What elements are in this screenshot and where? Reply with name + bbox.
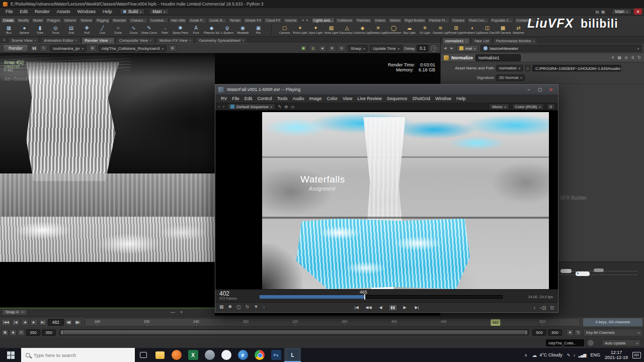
snapshot-tab[interactable]: Snap 4 ×: [2, 309, 27, 315]
shelf-tool-path[interactable]: →Path: [157, 25, 173, 34]
panes-icon[interactable]: ▦: [601, 10, 605, 14]
shelf-tab-populate-c[interactable]: Populate C...: [490, 18, 514, 23]
camera-path-select[interactable]: /obj/The_Collisions_Rocky/cam3 ▾: [99, 45, 167, 52]
start-button[interactable]: [0, 348, 21, 362]
annotate-icon[interactable]: ✎: [278, 105, 282, 109]
shelf-tool-point-light[interactable]: ✶Point Light: [292, 25, 308, 34]
copy-camera-icon[interactable]: ⊞: [169, 45, 177, 52]
shelf-add2-icon[interactable]: +: [306, 18, 308, 23]
edit-keys-icon[interactable]: ✎: [575, 329, 582, 336]
delay-field[interactable]: 0.1: [417, 45, 429, 52]
shelf-tool-area-light[interactable]: ▧Area Light: [324, 25, 339, 34]
rv-frame-back-button[interactable]: ◀◀: [364, 304, 373, 311]
pane-tab-render-view[interactable]: Render View▾: [82, 37, 115, 43]
shelf-tab-particle-fl[interactable]: Particle Fl...: [427, 18, 450, 23]
rv-menu-shotgrid[interactable]: ShotGrid: [410, 96, 433, 101]
current-path-pill[interactable]: /obj/The_Collis...: [546, 339, 584, 346]
rv-step-forward-button[interactable]: ▶: [400, 304, 410, 311]
rv-channel-select[interactable]: Mono ▾: [489, 104, 509, 110]
range-end-field-2[interactable]: 500: [548, 329, 562, 336]
current-frame-field[interactable]: 482: [48, 319, 64, 326]
step-forward-button[interactable]: ▮▶: [74, 319, 82, 326]
rv-menu-edit[interactable]: Edit: [242, 96, 255, 101]
shelf-tab-particles[interactable]: Particles: [355, 18, 372, 23]
rv-menu-live-review[interactable]: Live Review: [355, 96, 384, 101]
task-view-icon[interactable]: [135, 348, 151, 362]
snapshot-icon[interactable]: S: [309, 45, 317, 52]
pane-tab-composite-view[interactable]: Composite View▾: [116, 37, 155, 43]
timeline-ruler[interactable]: 160200240280320360400440480520482: [85, 318, 580, 326]
shelf-tool-l-system[interactable]: ψL-System: [219, 25, 235, 34]
speaker-icon[interactable]: ♪: [573, 353, 575, 357]
weather-widget[interactable]: ☁ 4°C Cloudy: [532, 352, 562, 358]
shelf-tool-stereo-camera[interactable]: ◫Stereo Camera: [479, 25, 495, 34]
shelf-tab-terrain[interactable]: Terrain: [227, 18, 242, 23]
shelf-tab-model[interactable]: Model: [31, 18, 45, 23]
zoom-out-button[interactable]: —: [171, 310, 175, 315]
shelf-tab-rigid-bodies[interactable]: Rigid Bodies: [403, 18, 427, 23]
shelf-tab-container[interactable]: Container...: [514, 18, 536, 23]
rv-menu-audio[interactable]: Audio: [290, 96, 306, 101]
rv-menu-help[interactable]: Help: [454, 96, 468, 101]
edge-icon[interactable]: e: [234, 348, 251, 362]
shelf-tab-texture[interactable]: Texture: [78, 18, 94, 23]
pane-menu-icon[interactable]: ≡: [2, 38, 7, 42]
rv-scrub-track[interactable]: 465: [260, 290, 503, 302]
context-chip[interactable]: mat ▾: [456, 45, 478, 52]
shelf-tab-deform[interactable]: Deform: [62, 18, 78, 23]
compare-icon[interactable]: ▭: [291, 105, 295, 109]
shelf-tool-geometry-light[interactable]: △Geometry Light: [339, 25, 355, 34]
shelf-tool-sky-light[interactable]: ☁Sky Light: [401, 25, 417, 34]
pane-tab-motion-fx-view[interactable]: Motion FX View▾: [156, 37, 194, 43]
rv-presentation-icon[interactable]: ⊡: [550, 305, 554, 310]
rv-menu-image[interactable]: Image: [306, 96, 324, 101]
shelf-tool-volume-light[interactable]: ◈Volume Light: [355, 25, 370, 34]
rop-path-select[interactable]: /out/mantra_ipr ▾: [50, 45, 87, 52]
shelf-tool-circle[interactable]: ○Circle: [110, 25, 126, 34]
render-button[interactable]: Render: [3, 44, 28, 52]
pane-tab-geometry-spreadsheet[interactable]: Geometry Spreadsheet▾: [195, 37, 247, 43]
photoshop-icon[interactable]: Ps: [268, 348, 284, 362]
node-name-field[interactable]: normalize1: [475, 54, 521, 61]
shelf-tool-camera[interactable]: ▢Camera: [277, 25, 292, 34]
rv-playhead[interactable]: [364, 294, 365, 300]
rv-menu-sequence[interactable]: Sequence: [384, 96, 410, 101]
next-keyframe-button[interactable]: ▶|: [39, 319, 47, 326]
menu-edit[interactable]: Edit: [17, 9, 32, 14]
forward-icon[interactable]: ▶: [449, 46, 454, 50]
file-explorer-icon[interactable]: [151, 348, 168, 362]
rv-volume-icon[interactable]: ◁)): [540, 305, 546, 310]
menu-file[interactable]: File: [2, 9, 17, 14]
shelf-tab-lights-and[interactable]: Lights and...: [311, 18, 335, 23]
taskbar-clock[interactable]: 12:17 2021-12-19: [605, 350, 628, 360]
shelf-tool-curve[interactable]: ∿Curve: [126, 25, 141, 34]
rv-info-icon[interactable]: ⓘ: [236, 304, 241, 311]
shelf-tab-vellum[interactable]: Vellum: [388, 18, 403, 23]
ipr-refresh-icon[interactable]: ↻: [40, 45, 48, 52]
go-to-start-button[interactable]: |◀◀: [2, 319, 11, 326]
rv-color-select[interactable]: Color (RGB) ▾: [512, 104, 544, 110]
shelf-tool-switcher[interactable]: ⇄Switcher: [511, 25, 526, 34]
search-icon[interactable]: ◎: [624, 55, 628, 60]
panel-tab-performance-monitor[interactable]: Performance Monitor▾: [493, 38, 538, 44]
layout-grid-icon[interactable]: ⊞: [284, 105, 288, 109]
close-button[interactable]: ✕: [634, 9, 642, 15]
lock-icon[interactable]: ◈: [318, 45, 327, 52]
step-back-button[interactable]: ◀▮: [65, 319, 72, 326]
zoom-in-icon[interactable]: ⊕: [328, 45, 336, 52]
audio-icon[interactable]: ◉: [10, 329, 17, 336]
action-center-icon[interactable]: [632, 352, 641, 358]
ime-pen-icon[interactable]: ✎: [567, 353, 570, 357]
recook-icon[interactable]: ↻: [637, 55, 641, 60]
shelf-tab-guide-p[interactable]: Guide P...: [188, 18, 207, 23]
info-icon[interactable]: ①: [631, 55, 634, 60]
asset-path-field[interactable]: C:/PROGRA~1/SIDEEF~1/HOUDIN~1.633/houdin…: [532, 65, 621, 71]
rv-annotation-icon[interactable]: ▼: [254, 304, 259, 311]
range-start-field[interactable]: 350: [26, 329, 40, 336]
shelf-tab-rigging[interactable]: Rigging: [95, 18, 111, 23]
layout-icon[interactable]: ▤: [595, 10, 599, 14]
rv-layout-icon[interactable]: ▦: [219, 304, 224, 311]
copy-rop-icon[interactable]: ⊞: [89, 45, 97, 52]
presets-icon[interactable]: ▦: [618, 55, 622, 60]
rv-go-start-button[interactable]: |◀: [352, 304, 361, 311]
